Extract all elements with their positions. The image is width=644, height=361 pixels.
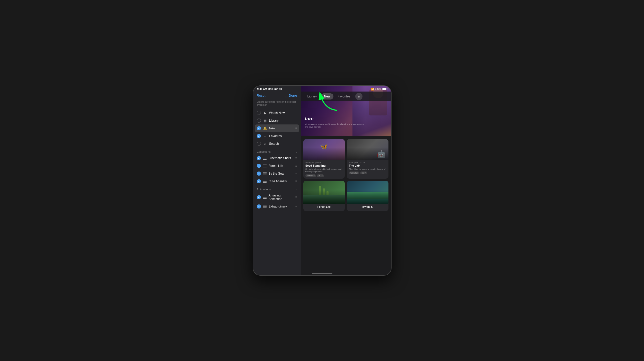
extraordinary-label: Extraordinary [269,205,293,208]
card-label-forest: Forest Life [303,204,345,211]
drag-handle-cute: ≡ [295,179,297,183]
watch-now-icon: ▶ [263,111,267,115]
search-label: Search [269,142,297,146]
sidebar-item-search[interactable]: ⌕ Search [253,140,301,148]
check-cute: ✓ [257,179,261,183]
animations-title: Animations [257,188,271,191]
card-by-the-sea[interactable]: By the S [347,181,388,211]
card-year-lab: 2024 | NR | 00:14 [349,161,386,164]
drag-handle-extraordinary: ≡ [295,205,297,208]
card-the-lab[interactable]: 🤖 2024 | NR | 00:14 The Lab Aft [347,139,388,179]
sidebar-item-favorites[interactable]: ✓ ♡ Favorites [253,132,301,140]
hero-description: ot, on a quest to save on. Uncover the p… [305,123,365,128]
forest-life-card-title: Forest Life [305,205,343,208]
by-the-sea-label: By the Sea [269,172,293,175]
sidebar-item-cinematic-shots[interactable]: ✓ Cinematic Shots ≡ [253,154,301,162]
animations-chevron: ⌄ [295,188,297,191]
check-unchecked [257,111,261,115]
card-desc-seed: On a planet covered in lush jungles and … [305,168,343,173]
reset-button[interactable]: Reset [257,94,266,97]
sidebar-item-library[interactable]: ▦ Library [253,117,301,124]
forest-list-icon [263,164,267,168]
check-extraordinary: ✓ [257,204,261,209]
grid-row-2: Forest Life By the S [303,181,388,211]
drag-handle-new: ≡ [295,127,297,130]
check-new: ✓ [257,126,261,130]
card-thumb-sea [347,181,388,204]
tag-animation-2: Animation [349,172,359,174]
cute-list-icon [263,179,267,183]
sidebar-item-amazing-animation[interactable]: ✓ Amazing Animation ≡ [253,192,301,203]
drag-handle-sea: ≡ [295,172,297,175]
card-year-seed: 2024 | NR | 00:14 [305,161,343,164]
library-label: Library [269,119,297,122]
status-time: 9:41 AM Mon Jun 10 [257,88,282,91]
favorites-label: Favorites [269,134,297,138]
check-forest: ✓ [257,164,261,168]
content-grid: 🦋 2024 | NR | 00:14 Seed Sampling [301,136,391,275]
content-panel: ture ot, on a quest to save on. Uncover … [301,87,391,275]
tab-new[interactable]: New [321,93,333,100]
drag-handle-amazing: ≡ [295,195,297,199]
collections-title: Collections [257,150,271,153]
amazing-list-icon [263,195,267,199]
animations-section-header[interactable]: Animations ⌄ [253,185,301,192]
check-unchecked-search [257,142,261,146]
cinematic-list-icon [263,156,267,160]
tag-scifi-2: Sci-Fi [360,172,367,174]
home-indicator [312,273,332,274]
sidebar-item-new[interactable]: ✓ 🔔 New ≡ [255,124,299,132]
sidebar-item-by-the-sea[interactable]: ✓ By the Sea ≡ [253,170,301,177]
card-seed-sampling[interactable]: 🦋 2024 | NR | 00:14 Seed Sampling [303,139,345,179]
card-forest-life[interactable]: Forest Life [303,181,345,211]
check-favorites: ✓ [257,134,261,138]
sidebar: Reset Done Drag to customize items in th… [253,87,301,275]
sidebar-item-cute-animals[interactable]: ✓ Cute Animals ≡ [253,177,301,185]
tag-animation-1: Animation [305,174,316,177]
card-meta-lab: 2024 | NR | 00:14 The Lab After filling … [347,160,388,176]
card-meta-seed: 2024 | NR | 00:14 Seed Sampling On a pla… [303,160,345,179]
collections-chevron: ⌄ [295,150,297,153]
tag-scifi-1: Sci-Fi [317,174,324,177]
extraordinary-list-icon [263,205,267,208]
bamboo-stalk-2 [323,188,325,204]
search-nav-button[interactable]: ⌕ [355,93,362,100]
sidebar-item-watch-now[interactable]: ▶ Watch Now [253,109,301,117]
card-label-sea: By the S [347,204,388,211]
cute-animals-label: Cute Animals [269,179,293,183]
new-bell-icon: 🔔 [263,126,267,130]
card-desc-lab: After filling its backp brim with dozens… [349,168,386,170]
check-sea: ✓ [257,172,261,176]
card-title-lab: The Lab [349,164,386,167]
favorites-icon: ♡ [263,134,267,138]
tab-library[interactable]: Library [304,93,320,100]
card-thumb-lab: 🤖 [347,139,388,160]
done-button[interactable]: Done [289,94,297,97]
wifi-icon: 📶 [371,88,374,91]
battery-icon [382,88,387,90]
check-unchecked-library [257,119,261,123]
tab-favorites[interactable]: Favorites [334,93,353,100]
sidebar-item-extraordinary[interactable]: ✓ Extraordinary ≡ [253,203,301,210]
new-label: New [269,127,293,130]
card-tags-lab: Animation Sci-Fi [349,172,386,174]
sea-list-icon [263,172,267,175]
card-title-seed: Seed Sampling [305,164,343,167]
hero-title: ture [305,116,365,122]
card-thumb-seed: 🦋 [303,139,345,160]
check-cinematic: ✓ [257,156,261,160]
by-the-sea-card-title: By the S [349,205,386,208]
robot-icon: 🤖 [377,150,386,158]
status-bar: 9:41 AM Mon Jun 10 📶 100% [253,87,391,92]
status-right: 📶 100% [371,88,387,91]
battery-text: 100% [375,88,381,90]
tablet-inner: 9:41 AM Mon Jun 10 📶 100% Watch Now Libr… [253,87,391,276]
tablet-frame: 9:41 AM Mon Jun 10 📶 100% Watch Now Libr… [253,85,392,276]
drag-handle-forest: ≡ [295,164,297,168]
check-amazing: ✓ [257,195,261,199]
sidebar-hint: Drag to customize items in the sidebar o… [253,100,301,109]
sidebar-item-forest-life[interactable]: ✓ Forest Life ≡ [253,162,301,170]
search-icon-sidebar: ⌕ [263,142,267,146]
grid-row-1: 🦋 2024 | NR | 00:14 Seed Sampling [303,139,388,179]
collections-section-header[interactable]: Collections ⌄ [253,148,301,154]
